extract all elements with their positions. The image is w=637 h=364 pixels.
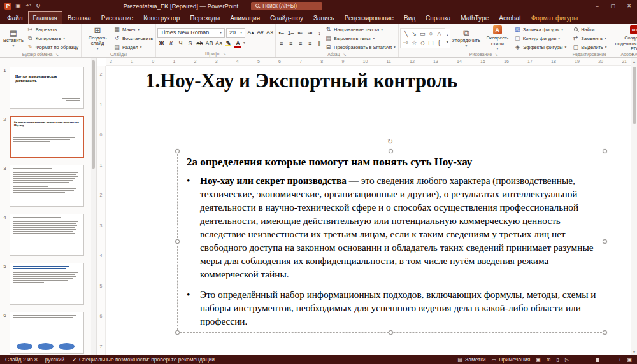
save-icon[interactable]: ▣ bbox=[15, 3, 21, 9]
rotate-handle[interactable]: ↻ bbox=[387, 137, 393, 146]
resize-handle-top-right[interactable] bbox=[603, 149, 607, 153]
rectangle-shape-icon[interactable]: ▭ bbox=[419, 29, 427, 38]
bold-button[interactable]: Ж bbox=[157, 39, 166, 48]
decrease-font-size-button[interactable]: А▾ bbox=[256, 28, 264, 37]
select-button[interactable]: ▢Выделить▾ bbox=[571, 43, 608, 51]
zoom-knob[interactable] bbox=[596, 358, 599, 362]
tab-draw[interactable]: Рисование bbox=[96, 11, 138, 24]
tab-home[interactable]: Главная bbox=[28, 11, 62, 24]
clear-formatting-button[interactable]: А× bbox=[266, 28, 274, 37]
redo-icon[interactable]: ↻ bbox=[36, 3, 41, 9]
zoom-in-icon[interactable]: + bbox=[619, 357, 622, 363]
align-center-button[interactable]: ≡ bbox=[287, 39, 295, 48]
quick-styles-button[interactable]: А Экспресс-стили ▾ bbox=[482, 25, 513, 51]
ellipse-shape-icon[interactable]: ○ bbox=[427, 29, 435, 38]
slide-thumbnail-3[interactable] bbox=[10, 165, 84, 207]
cut-button[interactable]: ✂Вырезать bbox=[25, 25, 80, 33]
copy-button[interactable]: ⧉Копировать▾ bbox=[25, 34, 80, 42]
zoom-out-icon[interactable]: − bbox=[575, 357, 578, 363]
numbered-list-button[interactable]: 1– bbox=[287, 29, 295, 38]
indent-increase-button[interactable]: ⇥ bbox=[306, 29, 314, 38]
character-spacing-button[interactable]: АВ bbox=[205, 39, 213, 48]
reset-button[interactable]: ↺Восстановить bbox=[112, 34, 154, 42]
text-shadow-button[interactable]: S bbox=[186, 39, 194, 48]
chevron-down-icon[interactable]: ▾ bbox=[243, 41, 245, 45]
tab-slideshow[interactable]: Слайд-шоу bbox=[265, 11, 308, 24]
tab-help[interactable]: Справка bbox=[420, 11, 455, 24]
tab-insert[interactable]: Вставка bbox=[62, 11, 96, 24]
scroll-up-icon[interactable]: ▴ bbox=[447, 32, 448, 37]
scrollbar-thumb[interactable] bbox=[633, 67, 636, 124]
diamond-shape-icon[interactable]: ◇ bbox=[419, 38, 427, 47]
slide-title[interactable]: 1.Ноу-Хау и Экспортный контроль bbox=[145, 69, 457, 92]
align-left-button[interactable]: ≡ bbox=[277, 39, 285, 48]
rounded-rectangle-shape-icon[interactable]: ▢ bbox=[427, 38, 435, 47]
strikethrough-button[interactable]: ab bbox=[196, 39, 204, 48]
resize-handle-middle-left[interactable] bbox=[175, 239, 180, 244]
slide-count[interactable]: Слайд 2 из 8 bbox=[5, 356, 38, 363]
slide-canvas[interactable]: 1.Ноу-Хау и Экспортный контроль ↻ 2а опр… bbox=[106, 66, 631, 355]
layout-button[interactable]: ▦Макет▾ bbox=[112, 25, 154, 33]
indent-decrease-button[interactable]: ⇤ bbox=[296, 29, 304, 38]
tab-acrobat[interactable]: Acrobat bbox=[494, 11, 526, 24]
dialog-launcher-icon[interactable]: ↘ bbox=[55, 52, 59, 57]
tab-view[interactable]: Вид bbox=[399, 11, 420, 24]
arrow-shape-icon[interactable]: ↘ bbox=[410, 29, 419, 38]
slide-thumbnail-6[interactable] bbox=[10, 312, 84, 354]
accessibility-status[interactable]: ✔Специальные возможности: проверьте реко… bbox=[72, 356, 215, 363]
star-shape-icon[interactable]: ☆ bbox=[410, 38, 419, 47]
find-button[interactable]: Найти bbox=[571, 25, 608, 33]
line-spacing-button[interactable]: ↕ bbox=[315, 29, 324, 38]
section-button[interactable]: ▤Раздел▾ bbox=[112, 43, 154, 51]
slide-thumbnail-5[interactable] bbox=[10, 263, 84, 305]
tab-transitions[interactable]: Переходы bbox=[185, 11, 225, 24]
right-arrow-shape-icon[interactable]: ⇨ bbox=[402, 38, 410, 47]
close-icon[interactable]: ✕ bbox=[621, 0, 637, 11]
columns-button[interactable]: ∥ bbox=[315, 39, 324, 48]
paste-button[interactable]: ▤ Вставить ▾ bbox=[1, 25, 25, 51]
collapse-ribbon-button[interactable]: ▴ bbox=[631, 51, 634, 56]
resize-handle-top-middle[interactable] bbox=[389, 149, 393, 153]
normal-view-icon[interactable]: ▣ bbox=[536, 357, 541, 363]
font-family-select[interactable]: Times New Roman▾ bbox=[157, 28, 225, 38]
scroll-up-icon[interactable]: ▴ bbox=[633, 59, 635, 64]
italic-button[interactable]: К bbox=[167, 39, 175, 48]
format-painter-button[interactable]: ✎Формат по образцу bbox=[25, 43, 80, 51]
resize-handle-bottom-left[interactable] bbox=[175, 330, 180, 335]
tab-review[interactable]: Рецензирование bbox=[340, 11, 399, 24]
content-textbox[interactable]: ↻ 2а определения которые помогут нам пон… bbox=[177, 151, 605, 333]
shape-fill-button[interactable]: ▨Заливка фигуры▾ bbox=[513, 25, 568, 33]
shape-effects-button[interactable]: ◈Эффекты фигуры▾ bbox=[513, 43, 568, 51]
notes-button[interactable]: ▤Заметки bbox=[458, 356, 486, 363]
tab-mathtype[interactable]: MathType bbox=[455, 11, 494, 24]
highlight-color-button[interactable]: ✎ bbox=[224, 39, 233, 48]
thumbnail-scrollbar[interactable] bbox=[91, 58, 96, 355]
justify-button[interactable]: ≡ bbox=[306, 39, 314, 48]
align-text-button[interactable]: ▤Выровнять текст▾ bbox=[324, 34, 397, 42]
arrange-button[interactable]: ⧉ Упорядочить ▾ bbox=[450, 25, 482, 51]
font-color-button[interactable]: А bbox=[234, 39, 242, 48]
resize-handle-middle-right[interactable] bbox=[603, 239, 607, 244]
search-input[interactable]: Поиск (Alt+Ы) bbox=[251, 2, 322, 10]
slide-thumbnail-2[interactable]: 2а определения которые помогут нам понят… bbox=[10, 116, 84, 158]
editor-scrollbar[interactable]: ▴ ▾ bbox=[631, 58, 637, 355]
line-shape-icon[interactable]: ╲ bbox=[402, 29, 410, 38]
resize-handle-top-left[interactable] bbox=[175, 149, 180, 153]
resize-handle-bottom-middle[interactable] bbox=[389, 330, 393, 335]
font-size-select[interactable]: 20▾ bbox=[226, 28, 245, 38]
comments-button[interactable]: ▭Примечания bbox=[492, 356, 531, 363]
fit-slide-icon[interactable]: ▣ bbox=[627, 357, 632, 363]
slideshow-icon[interactable]: ▷ bbox=[565, 357, 569, 363]
change-case-button[interactable]: Аа bbox=[215, 39, 223, 48]
replace-button[interactable]: ⇄Заменить▾ bbox=[571, 34, 608, 42]
slide-thumbnail-4[interactable] bbox=[10, 214, 84, 256]
tab-animations[interactable]: Анимация bbox=[225, 11, 265, 24]
shape-outline-button[interactable]: ▢Контур фигуры▾ bbox=[513, 34, 568, 42]
new-slide-button[interactable]: ⊞ Создать слайд ▾ bbox=[83, 25, 112, 51]
dialog-launcher-icon[interactable]: ↘ bbox=[343, 52, 347, 57]
tab-record[interactable]: Запись bbox=[308, 11, 340, 24]
dialog-launcher-icon[interactable]: ↘ bbox=[495, 52, 498, 57]
tab-shape-format[interactable]: Формат фигуры bbox=[526, 11, 583, 24]
reading-view-icon[interactable]: ▯ bbox=[557, 357, 559, 363]
underline-button[interactable]: Ч bbox=[176, 39, 185, 48]
